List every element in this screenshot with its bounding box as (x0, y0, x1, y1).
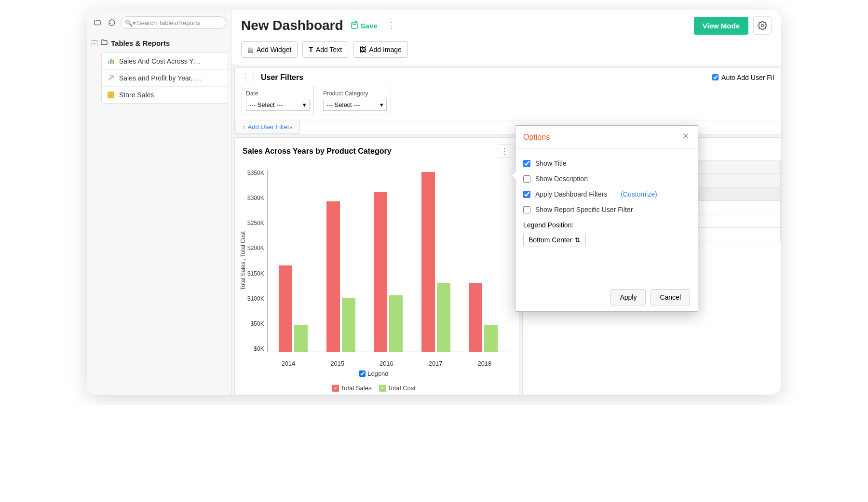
add-user-filters-button[interactable]: +Add User Filters (235, 120, 300, 134)
add-filters-label: Add User Filters (248, 123, 293, 131)
bar-group (419, 170, 453, 352)
option-label: Show Title (535, 159, 567, 167)
auto-add-user-filters[interactable]: Auto Add User Fil (712, 74, 774, 81)
chart-title: Sales Across Years by Product Category (243, 147, 392, 156)
folder-icon[interactable] (92, 17, 103, 28)
filter-select-date[interactable]: --- Select ---▾ (246, 99, 310, 111)
checkbox[interactable] (523, 206, 530, 213)
view-mode-button[interactable]: View Mode (694, 17, 748, 35)
customize-link[interactable]: (Customize) (621, 190, 657, 198)
search-input[interactable]: 🔍▾ Search Tables/Reports (121, 16, 226, 29)
legend-position-select[interactable]: Bottom Center⇅ (523, 233, 586, 247)
apply-button[interactable]: Apply (610, 289, 646, 305)
close-icon (681, 132, 690, 140)
auto-add-checkbox[interactable] (712, 74, 719, 80)
checkbox[interactable] (523, 160, 530, 167)
add-text-button[interactable]: TAdd Text (302, 41, 348, 58)
legend-item-cost[interactable]: ✓Total Cost (379, 384, 416, 392)
save-icon: * (350, 21, 359, 30)
legend-position-label: Legend Position: (523, 221, 690, 229)
svg-rect-3 (108, 92, 114, 98)
legend-position-value: Bottom Center (529, 236, 572, 244)
svg-rect-2 (112, 60, 114, 64)
refresh-icon[interactable] (106, 17, 118, 28)
bar[interactable] (374, 192, 387, 352)
toolbar: ▦Add Widget TAdd Text 🖼Add Image (231, 41, 781, 65)
filter-value: --- Select --- (326, 101, 360, 108)
chart-widget: Sales Across Years by Product Category ⋮… (234, 137, 519, 395)
option-show-description[interactable]: Show Description (523, 171, 690, 186)
chevron-down-icon: ▾ (380, 101, 383, 108)
swatch-icon: ✓ (379, 385, 386, 392)
tree-item-sales-cost[interactable]: Sales And Cost Across Y… (102, 53, 228, 70)
legend-item-sales[interactable]: ✓Total Sales (332, 384, 372, 392)
filter-block-date: Date --- Select ---▾ (242, 87, 314, 115)
widget-icon: ▦ (247, 46, 254, 53)
plus-icon: + (242, 123, 246, 131)
option-show-title[interactable]: Show Title (523, 156, 690, 171)
add-widget-label: Add Widget (257, 46, 291, 53)
header-kebab-icon[interactable]: ⋮ (384, 20, 399, 31)
filter-label: Date (246, 90, 310, 97)
popover-title: Options (523, 133, 550, 142)
option-show-report-filter[interactable]: Show Report Specific User Filter (523, 202, 690, 217)
add-image-button[interactable]: 🖼Add Image (353, 41, 408, 58)
checkbox[interactable] (523, 175, 530, 183)
search-icon: 🔍▾ (125, 19, 136, 26)
bar[interactable] (342, 298, 355, 352)
arrow-up-right-icon (107, 74, 115, 82)
y-axis-label: Total Sales , Total Cost (239, 170, 247, 352)
bar[interactable] (326, 201, 340, 352)
options-popover: Options Show Title Show Description Appl… (515, 125, 698, 312)
svg-point-6 (761, 25, 764, 27)
filter-select-category[interactable]: --- Select ---▾ (323, 99, 387, 111)
user-filters-title: User Filters (261, 73, 303, 82)
bar[interactable] (421, 172, 435, 352)
bar-group (371, 170, 405, 352)
add-text-label: Add Text (316, 46, 342, 53)
bar-group (276, 170, 310, 352)
user-filters-panel: ⋮⋮ User Filters Auto Add User Fil Date -… (234, 67, 781, 134)
cancel-button[interactable]: Cancel (651, 289, 690, 305)
save-button[interactable]: * Save (350, 21, 378, 30)
legend-checkbox[interactable] (359, 370, 366, 377)
sort-icon: ⇅ (575, 236, 581, 244)
save-label: Save (361, 22, 378, 30)
bar[interactable] (294, 325, 308, 352)
tree-item-label: Sales And Cost Across Y… (119, 57, 201, 65)
svg-text:*: * (355, 21, 357, 24)
settings-button[interactable] (753, 16, 772, 35)
legend-item-label: Total Cost (388, 384, 416, 392)
option-label: Show Description (535, 175, 588, 183)
x-axis-ticks: 20142015201620172018 (235, 357, 519, 367)
tree-item-sales-profit[interactable]: Sales and Profit by Year, … (102, 70, 228, 87)
auto-add-label: Auto Add User Fil (721, 74, 774, 81)
checkbox[interactable] (523, 191, 530, 198)
drag-handle-icon[interactable]: ⋮⋮ (242, 73, 257, 82)
svg-rect-0 (108, 61, 109, 64)
bar-chart-icon (107, 57, 115, 66)
option-apply-filters[interactable]: Apply Dashboard Filters (Customize) (523, 186, 690, 202)
legend-label: Legend (367, 370, 388, 377)
bar[interactable] (484, 325, 498, 352)
close-button[interactable] (681, 132, 690, 143)
bar[interactable] (279, 265, 292, 352)
chart-plot (267, 170, 509, 352)
widget-options-button[interactable]: ⋮ (498, 145, 511, 158)
bar[interactable] (469, 283, 482, 352)
collapse-icon[interactable]: − (92, 40, 97, 46)
bar-group (324, 170, 358, 352)
add-image-label: Add Image (369, 46, 402, 53)
text-icon: T (309, 46, 313, 53)
tree-item-label: Store Sales (119, 91, 154, 99)
tree-item-label: Sales and Profit by Year, … (119, 74, 201, 82)
add-widget-button[interactable]: ▦Add Widget (241, 41, 298, 58)
y-axis-ticks: $350K$300K$250K$200K$150K$100K$50K$0K (247, 170, 267, 352)
tree-root[interactable]: − Tables & Reports (90, 36, 228, 51)
bar[interactable] (437, 283, 450, 352)
tree-item-store-sales[interactable]: Store Sales (102, 87, 228, 103)
bar-group (466, 170, 500, 352)
bar[interactable] (389, 295, 403, 352)
legend-toggle[interactable]: Legend (359, 370, 388, 377)
page-title: New Dashboard (241, 18, 343, 33)
